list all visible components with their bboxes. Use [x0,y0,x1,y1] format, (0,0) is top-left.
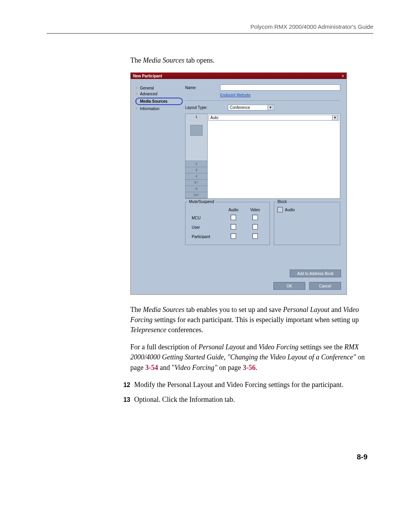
text: settings see the [298,343,344,351]
step-12: 12 Modify the Personal Layout and Video … [47,380,373,390]
text: For a full description of [130,343,198,351]
dialog-nav: General Advanced Media Sources Informati… [131,79,185,266]
text-italic: Video Forcing [259,343,298,351]
dialog-screenshot: New Participant × General Advanced Media… [130,72,347,295]
text: and [329,306,343,314]
user-audio-checkbox[interactable] [231,224,236,229]
cancel-button[interactable]: Cancel [309,282,341,290]
participant-audio-checkbox[interactable] [231,233,236,239]
layout-tab-5plus[interactable]: 5+ [186,180,207,186]
text: settings for each participant. This is e… [152,316,359,324]
layout-canvas-panel: Auto ▼ [208,114,340,198]
table-row: Participant [189,232,266,241]
text: Modify the [134,381,167,389]
text-italic: Personal Layout [167,381,213,389]
para-1: The Media Sources tab enables you to set… [130,305,373,335]
text: tab opens. [184,56,214,64]
nav-advanced[interactable]: Advanced [136,91,182,97]
mcu-audio-checkbox[interactable] [231,215,236,220]
layout-tab-1-label: 1 [186,114,207,119]
layout-tab-2[interactable]: 2 [186,161,207,167]
layout-tab-9[interactable]: 9 [186,186,207,192]
row-label: User [189,223,222,231]
row-label: Participant [189,232,222,241]
page-number: 8-9 [357,453,368,461]
dialog-content: Name: Endpoint Website Layout Type: Conf… [185,79,346,266]
text: and " [158,364,174,371]
lower-groups: Mute/Suspend Audio Video MCU [185,202,340,245]
text-italic: Media Sources [143,56,184,64]
text-bold: Information [189,396,223,403]
text: settings for the participant. [267,381,343,389]
text: conferences. [166,326,203,334]
text: The [130,306,143,314]
text-italic: Personal Layout [283,306,330,314]
text-italic: Personal Layout [198,343,245,351]
mcu-video-checkbox[interactable] [252,215,258,220]
table-row: User [189,223,266,231]
close-icon[interactable]: × [342,74,344,78]
layout-type-select[interactable]: Conference ▼ [228,105,275,110]
dialog-button-bar: Add to Address Book [131,266,346,282]
nav-media-sources[interactable]: Media Sources [135,98,183,105]
step-number: 13 [113,394,130,405]
user-video-checkbox[interactable] [252,224,258,229]
page-ref-link[interactable]: 3-54 [145,364,158,371]
block-legend: Block [276,200,288,204]
intro-line: The Media Sources tab opens. [130,55,373,65]
layout-tab-10plus[interactable]: 10+ [186,192,207,198]
text: tab enables you to set up and save [184,306,283,314]
text-italic: Telepresence [130,326,166,334]
row-label: MCU [189,214,222,222]
mute-suspend-group: Mute/Suspend Audio Video MCU [185,202,270,245]
ok-button[interactable]: OK [273,282,305,290]
step-13: 13 Optional. Click the Information tab. [47,394,373,405]
running-head: Polycom RMX 2000/4000 Administrator's Gu… [47,23,373,30]
col-video: Video [245,207,265,213]
layout-area: 1 2 3 4 5+ 9 10+ Auto ▼ [185,114,340,199]
nav-general[interactable]: General [136,85,182,91]
block-audio-label: Audio [285,208,295,212]
name-input[interactable] [220,84,340,91]
layout-canvas [208,121,340,198]
dialog-titlebar: New Participant × [131,73,346,79]
text-italic: Media Sources [143,306,184,314]
text: tab. [223,396,235,403]
text: and [245,343,259,351]
endpoint-website-link[interactable]: Endpoint Website [220,93,250,97]
name-label: Name: [185,86,220,90]
text: on page [217,364,243,371]
add-address-book-button[interactable]: Add to Address Book [290,270,341,277]
separator [185,100,340,101]
layout-auto-value: Auto [210,116,219,120]
block-audio-checkbox [277,207,283,212]
nav-information[interactable]: Information [136,106,182,112]
layout-type-value: Conference [230,105,250,110]
chevron-down-icon: ▼ [268,105,273,110]
layout-preview-icon [190,125,203,136]
header-rule [47,33,373,34]
layout-type-label: Layout Type: [185,105,228,110]
col-audio: Audio [223,207,244,213]
block-group: Block Audio [274,202,340,245]
para-2: For a full description of Personal Layou… [130,342,373,372]
dialog-body: General Advanced Media Sources Informati… [131,79,346,266]
text: Click the [161,396,190,403]
layout-tab-4[interactable]: 4 [186,173,207,180]
text: . [256,364,257,371]
dialog-title: New Participant [133,74,162,78]
text-italic: Video Forcing [226,381,266,389]
text: and [213,381,226,389]
page-ref-link[interactable]: 3-56 [243,364,256,371]
text-bold: Optional. [134,396,161,403]
layout-tab-1[interactable]: 1 [186,114,207,161]
participant-video-checkbox[interactable] [252,233,258,239]
chevron-down-icon: ▼ [332,115,338,121]
text: The [130,56,143,64]
layout-tab-3[interactable]: 3 [186,167,207,173]
layout-list: 1 2 3 4 5+ 9 10+ [186,114,208,198]
dialog-okcancel-bar: OK Cancel [131,282,346,294]
mute-suspend-legend: Mute/Suspend [188,200,215,204]
layout-auto-select[interactable]: Auto ▼ [208,115,339,121]
mute-suspend-table: Audio Video MCU User [189,206,266,242]
